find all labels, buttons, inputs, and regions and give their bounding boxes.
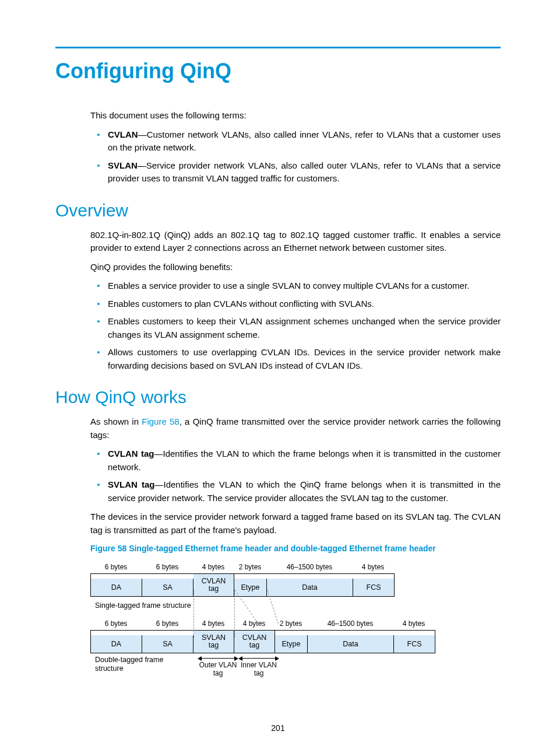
field-box: FCS xyxy=(353,579,394,597)
text-span: As shown in xyxy=(90,416,142,426)
term-desc: —Service provider network VLANs, also ca… xyxy=(108,160,501,184)
tag-name: SVLAN tag xyxy=(108,480,154,489)
list-item: SVLAN tag—Identifies the VLAN to which t… xyxy=(90,478,501,505)
tag-desc: —Identifies the VLAN to which the frame … xyxy=(108,449,501,472)
field-box: SA xyxy=(142,579,193,597)
outer-arrow-cell: Outer VLAN tag xyxy=(198,656,238,678)
outer-vlan-label: Outer VLAN tag xyxy=(198,662,238,678)
field-box: DA xyxy=(91,635,142,653)
size-label: 6 bytes xyxy=(90,618,142,630)
field-box: Data xyxy=(308,635,394,653)
terms-list: CVLAN—Customer network VLANs, also calle… xyxy=(90,128,501,186)
size-label: 46–1500 bytes xyxy=(266,562,353,573)
overview-p2: QinQ provides the following benefits: xyxy=(90,261,501,274)
field-box: Etype xyxy=(275,635,308,653)
list-item: Allows customers to use overlapping CVLA… xyxy=(90,346,501,372)
single-fields-row: DA SA CVLANtag Etype Data FCS xyxy=(90,573,395,597)
single-sizes-row: 6 bytes 6 bytes 4 bytes 2 bytes 46–1500 … xyxy=(90,562,501,573)
list-item: Enables customers to plan CVLANs without… xyxy=(90,298,501,311)
section-heading-how: How QinQ works xyxy=(55,387,501,407)
page-title: Configuring QinQ xyxy=(55,59,501,83)
field-box: Etype xyxy=(234,579,267,597)
list-item: CVLAN tag—Identifies the VLAN to which t… xyxy=(90,447,501,474)
list-item: SVLAN—Service provider network VLANs, al… xyxy=(90,159,501,186)
bottom-labels-row: Double-tagged framestructure Outer VLAN … xyxy=(90,656,501,678)
field-box: CVLANtag xyxy=(193,574,234,596)
document-page: Configuring QinQ This document uses the … xyxy=(0,0,556,756)
size-label: 4 bytes xyxy=(353,562,393,573)
single-structure-label: Single-tagged frame structure xyxy=(95,600,501,611)
field-box: SA xyxy=(142,635,193,653)
top-rule xyxy=(55,47,501,48)
section-heading-overview: Overview xyxy=(55,201,501,220)
size-label: 46–1500 bytes xyxy=(307,618,393,630)
size-label: 4 bytes xyxy=(193,618,234,630)
overview-p1: 802.1Q-in-802.1Q (QinQ) adds an 802.1Q t… xyxy=(90,229,501,255)
size-label: 2 bytes xyxy=(275,618,307,630)
term-name: SVLAN xyxy=(108,160,138,170)
intro-text: This document uses the following terms: xyxy=(90,109,501,123)
size-label: 2 bytes xyxy=(234,562,266,573)
benefits-list: Enables a service provider to use a sing… xyxy=(90,279,501,372)
size-label: 4 bytes xyxy=(193,562,234,573)
figure-link[interactable]: Figure 58 xyxy=(142,416,179,426)
how-p1: As shown in Figure 58, a QinQ frame tran… xyxy=(90,415,501,442)
page-number: 201 xyxy=(0,723,556,733)
field-box: SVLANtag xyxy=(193,631,234,653)
field-box: CVLANtag xyxy=(234,631,275,653)
figure-caption: Figure 58 Single-tagged Ethernet frame h… xyxy=(90,542,501,555)
field-box: DA xyxy=(91,579,142,597)
double-fields-row: DA SA SVLANtag CVLANtag Etype Data FCS xyxy=(90,630,435,653)
overview-block: 802.1Q-in-802.1Q (QinQ) adds an 802.1Q t… xyxy=(90,229,501,373)
size-label: 6 bytes xyxy=(90,562,142,573)
list-item: Enables customers to keep their VLAN ass… xyxy=(90,315,501,341)
size-label: 4 bytes xyxy=(393,618,434,630)
how-block: As shown in Figure 58, a QinQ frame tran… xyxy=(90,415,501,678)
intro-block: This document uses the following terms: … xyxy=(90,109,501,186)
size-label: 4 bytes xyxy=(234,618,275,630)
tag-desc: —Identifies the VLAN to which the QinQ f… xyxy=(108,480,501,503)
list-item: CVLAN—Customer network VLANs, also calle… xyxy=(90,128,501,155)
size-label: 6 bytes xyxy=(142,618,193,630)
inner-vlan-label: Inner VLAN tag xyxy=(238,662,279,678)
double-structure-label: Double-tagged framestructure xyxy=(90,656,198,678)
size-label: 6 bytes xyxy=(142,562,193,573)
how-p2: The devices in the service provider netw… xyxy=(90,510,501,537)
field-box: FCS xyxy=(394,635,435,653)
list-item: Enables a service provider to use a sing… xyxy=(90,279,501,293)
double-sizes-row: 6 bytes 6 bytes 4 bytes 4 bytes 2 bytes … xyxy=(90,618,501,630)
figure-diagram: 6 bytes 6 bytes 4 bytes 2 bytes 46–1500 … xyxy=(90,562,501,678)
tags-list: CVLAN tag—Identifies the VLAN to which t… xyxy=(90,447,501,505)
term-name: CVLAN xyxy=(108,130,138,139)
term-desc: —Customer network VLANs, also called inn… xyxy=(108,130,501,153)
tag-name: CVLAN tag xyxy=(108,449,154,459)
field-box: Data xyxy=(267,579,353,597)
inner-arrow-cell: Inner VLAN tag xyxy=(238,656,279,678)
